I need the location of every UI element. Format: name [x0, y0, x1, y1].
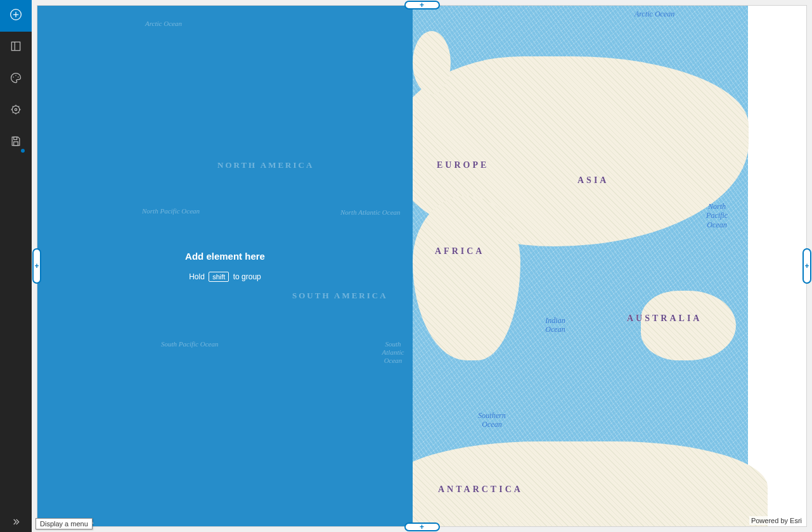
add-row-top[interactable]: + [404, 1, 440, 10]
ghost-sa-label: SOUTH AMERICA [292, 291, 388, 301]
gear-icon [10, 103, 22, 118]
sidebar-item-add[interactable] [0, 0, 32, 32]
ghost-satl-label: South Atlantic Ocean [373, 340, 413, 365]
ghost-na-label: NORTH AMERICA [217, 160, 314, 170]
sidebar-item-layout[interactable] [0, 32, 32, 63]
ghost-npac-label: North Pacific Ocean [142, 207, 200, 215]
label-antarctica: ANTARCTICA [438, 484, 523, 495]
layout-icon [10, 40, 22, 55]
svg-rect-1 [11, 42, 20, 50]
label-asia: ASIA [577, 175, 609, 186]
svg-point-2 [13, 77, 14, 78]
ghost-spac-label: South Pacific Ocean [161, 340, 218, 348]
hint-pre: Hold [189, 272, 205, 281]
map-viewport[interactable]: EUROPE ASIA AFRICA AUSTRALIA ANTARCTICA … [413, 6, 806, 526]
plus-icon [10, 8, 22, 23]
save-icon [10, 135, 22, 150]
palette-icon [10, 72, 22, 87]
dropzone-title: Add element here [185, 251, 265, 262]
add-column-right[interactable]: + [802, 248, 811, 284]
label-southern: Southern Ocean [470, 411, 514, 429]
powered-by-esri[interactable]: Powered by Esri [749, 516, 804, 525]
chevrons-right-icon [11, 517, 21, 529]
land-antarctica [413, 441, 768, 526]
canvas[interactable]: + + + + Arctic Ocean NORTH AMERICA North… [37, 5, 807, 527]
map-margin-right [748, 6, 806, 526]
tooltip-menu: Display a menu [35, 518, 93, 529]
svg-point-3 [15, 75, 16, 76]
label-indian: Indian Ocean [536, 316, 574, 334]
dropzone-hint: Hold shift to group [189, 272, 261, 282]
drop-zone[interactable]: Arctic Ocean NORTH AMERICA North Pacific… [37, 6, 413, 526]
sidebar-item-save[interactable] [0, 127, 32, 158]
hint-post: to group [233, 272, 261, 281]
label-australia: AUSTRALIA [627, 314, 702, 324]
label-europe: EUROPE [437, 160, 489, 170]
add-column-left[interactable]: + [32, 248, 41, 284]
svg-point-5 [12, 106, 20, 113]
svg-point-4 [18, 77, 19, 78]
sidebar-item-theme[interactable] [0, 63, 32, 95]
ghost-natl-label: North Atlantic Ocean [340, 208, 401, 217]
canvas-wrapper: + + + + Arctic Ocean NORTH AMERICA North… [32, 0, 812, 532]
svg-rect-8 [14, 142, 18, 146]
add-row-bottom[interactable]: + [404, 522, 440, 531]
ghost-arctic-label: Arctic Ocean [145, 20, 182, 28]
label-arctic: Arctic Ocean [635, 10, 674, 18]
svg-point-6 [15, 108, 16, 110]
sidebar [0, 0, 32, 532]
sidebar-menu-toggle[interactable] [0, 514, 32, 532]
land-greenland [413, 31, 451, 94]
label-north-pacific: North Pacific Ocean [698, 202, 736, 229]
svg-rect-7 [14, 137, 17, 139]
sidebar-item-settings[interactable] [0, 95, 32, 127]
land-australia [641, 291, 736, 360]
label-africa: AFRICA [435, 246, 484, 256]
hint-key: shift [209, 272, 229, 282]
